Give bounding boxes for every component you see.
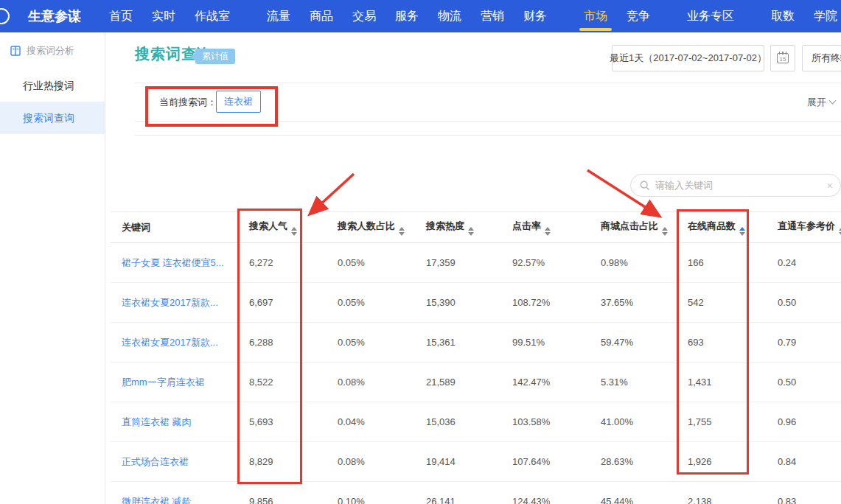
cell-search-heat: 26,141: [426, 482, 512, 504]
terminal-select[interactable]: 所有终端: [802, 45, 841, 71]
keyword-link[interactable]: 裙子女夏 连衣裙便宜5...: [111, 243, 249, 283]
cell-online-products: 166: [688, 243, 778, 283]
nav-item-market[interactable]: 市场: [584, 0, 607, 32]
keyword-link[interactable]: 连衣裙女夏2017新款...: [111, 283, 249, 323]
cell-ztc-price: 0.84: [778, 442, 841, 482]
cell-online-products: 1,431: [688, 363, 778, 402]
nav-item-data-fetch[interactable]: 取数: [771, 0, 795, 32]
col-header-searcher-share: 搜索人数占比: [338, 212, 426, 243]
cell-search-popularity: 9,856: [249, 482, 338, 504]
cell-ztc-price: 0.50: [778, 283, 841, 323]
col-header-online-products: 在线商品数: [688, 212, 778, 243]
cell-searcher-share: 0.05%: [338, 283, 426, 323]
cell-online-products: 542: [688, 283, 778, 323]
cell-click-rate: 103.58%: [512, 402, 601, 442]
nav-item-traffic[interactable]: 流量: [267, 0, 290, 32]
cell-mall-click-share: 28.63%: [601, 442, 688, 482]
cell-search-popularity: 6,697: [249, 283, 338, 323]
expand-toggle[interactable]: 展开: [807, 96, 835, 109]
cell-ztc-price: 0.83: [778, 482, 841, 504]
cell-click-rate: 124.43%: [512, 482, 601, 504]
sort-icon[interactable]: [291, 227, 297, 236]
cell-searcher-share: 0.05%: [338, 243, 426, 283]
current-keyword-bar: 当前搜索词： 连衣裙 展开: [135, 83, 841, 122]
nav-item-business-zone[interactable]: 业务专区: [687, 0, 734, 32]
keyword-link[interactable]: 微胖连衣裙 减龄: [111, 482, 249, 504]
clear-icon[interactable]: ×: [827, 180, 833, 192]
nav-item-trade[interactable]: 交易: [352, 0, 376, 32]
cell-search-heat: 15,036: [426, 402, 512, 442]
cell-searcher-share: 0.04%: [338, 402, 426, 442]
table-row: 连衣裙女夏2017新款... 6,697 0.05% 15,390 108.72…: [111, 283, 841, 323]
table-row: 正式场合连衣裙 8,829 0.08% 19,414 107.64% 28.63…: [111, 442, 841, 482]
sidebar-section-label: 搜索词分析: [27, 44, 74, 57]
cell-mall-click-share: 37.65%: [601, 283, 688, 323]
col-header-keyword: 关键词: [111, 212, 249, 243]
sidebar-item-search-word-query[interactable]: 搜索词查询: [0, 102, 105, 134]
sidebar-item-industry-hot-words[interactable]: 行业热搜词: [0, 69, 105, 102]
table-row: 裙子女夏 连衣裙便宜5... 6,272 0.05% 17,359 92.57%…: [111, 243, 841, 283]
nav-item-competition[interactable]: 竞争: [627, 0, 650, 32]
keyword-link[interactable]: 连衣裙女夏2017新款...: [111, 323, 249, 363]
cell-search-popularity: 8,522: [249, 363, 338, 402]
sidebar: 搜索词分析 行业热搜词 搜索词查询: [0, 32, 105, 504]
keyword-link[interactable]: 肥mm一字肩连衣裙: [111, 363, 249, 402]
col-header-search-heat: 搜索热度: [426, 212, 512, 243]
keyword-chip[interactable]: 连衣裙: [216, 91, 261, 113]
cumulative-value-badge: 累计值: [195, 49, 235, 64]
sort-icon[interactable]: [545, 227, 551, 236]
cell-mall-click-share: 41.00%: [601, 402, 688, 442]
cell-online-products: 1,755: [688, 402, 778, 442]
cell-click-rate: 107.64%: [512, 442, 601, 482]
sort-icon[interactable]: [739, 227, 745, 236]
cell-click-rate: 142.47%: [512, 363, 601, 402]
nav-item-academy[interactable]: 学院: [814, 0, 837, 32]
notebook-icon: [10, 45, 21, 57]
search-word-table: 关键词 搜索人气 搜索人数占比 搜索热度 点击率 商城点击占比 在线商品数 直通…: [111, 211, 841, 504]
cell-ztc-price: 0.24: [778, 243, 841, 283]
cell-mall-click-share: 0.98%: [601, 243, 688, 283]
cell-search-heat: 15,361: [426, 323, 512, 363]
table-header-row: 关键词 搜索人气 搜索人数占比 搜索热度 点击率 商城点击占比 在线商品数 直通…: [111, 212, 841, 243]
cell-search-heat: 15,390: [426, 283, 512, 323]
calendar-button[interactable]: 15: [770, 45, 795, 71]
nav-item-product[interactable]: 商品: [310, 0, 333, 32]
table-row: 直筒连衣裙 藏肉 5,693 0.04% 15,036 103.58% 41.0…: [111, 402, 841, 442]
cell-search-heat: 19,414: [426, 442, 512, 482]
nav-item-marketing[interactable]: 营销: [481, 0, 504, 32]
cell-searcher-share: 0.08%: [338, 442, 426, 482]
main-content: 搜索词查询 累计值 最近1天（2017-07-02~2017-07-02） 15…: [105, 32, 841, 504]
cell-searcher-share: 0.10%: [338, 482, 426, 504]
nav-item-realtime[interactable]: 实时: [152, 0, 175, 32]
col-header-mall-click-share: 商城点击占比: [601, 212, 688, 243]
nav-item-home[interactable]: 首页: [109, 0, 133, 32]
search-icon: [640, 181, 650, 191]
nav-item-logistics[interactable]: 物流: [438, 0, 461, 32]
nav-item-finance[interactable]: 财务: [523, 0, 547, 32]
calendar-icon: 15: [777, 53, 789, 63]
keyword-search-box[interactable]: ×: [630, 174, 841, 197]
sort-icon[interactable]: [399, 227, 405, 236]
keyword-link[interactable]: 正式场合连衣裙: [111, 442, 249, 482]
cell-search-heat: 17,359: [426, 243, 512, 283]
table-row: 微胖连衣裙 减龄 9,856 0.10% 26,141 124.43% 45.4…: [111, 482, 841, 504]
cell-mall-click-share: 45.44%: [601, 482, 688, 504]
brand-logo-icon: [0, 8, 10, 24]
brand-title[interactable]: 生意参谋: [28, 7, 81, 25]
col-header-click-rate: 点击率: [512, 212, 601, 243]
cell-search-popularity: 6,288: [249, 323, 338, 363]
keyword-link[interactable]: 直筒连衣裙 藏肉: [111, 402, 249, 442]
date-range-button[interactable]: 最近1天（2017-07-02~2017-07-02）: [612, 45, 764, 71]
cell-search-heat: 21,589: [426, 363, 512, 402]
table-row: 肥mm一字肩连衣裙 8,522 0.08% 21,589 142.47% 5.3…: [111, 363, 841, 402]
cell-search-popularity: 5,693: [249, 402, 338, 442]
sort-icon[interactable]: [662, 227, 668, 236]
search-input[interactable]: [655, 180, 827, 191]
cell-mall-click-share: 5.31%: [601, 363, 688, 402]
cell-online-products: 2,138: [688, 482, 778, 504]
cell-ztc-price: 0.79: [778, 323, 841, 363]
current-keyword-label: 当前搜索词：: [159, 96, 217, 109]
sort-icon[interactable]: [468, 227, 474, 236]
nav-item-service[interactable]: 服务: [395, 0, 419, 32]
nav-item-warroom[interactable]: 作战室: [195, 0, 230, 32]
